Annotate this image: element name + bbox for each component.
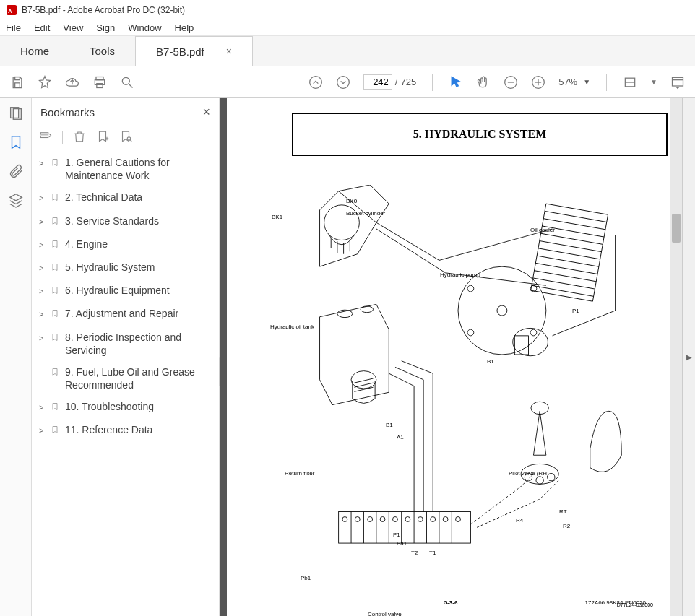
tab-close-icon[interactable]: ×	[226, 45, 232, 57]
zoom-out-icon[interactable]	[504, 75, 518, 90]
menu-file[interactable]: File	[6, 22, 21, 33]
read-mode-icon[interactable]	[670, 75, 685, 90]
bookmark-item[interactable]: >3. Service Standards	[38, 210, 213, 233]
svg-point-79	[405, 517, 410, 522]
bookmark-label: 4. Engine	[65, 238, 108, 251]
page-number-input[interactable]	[363, 74, 392, 90]
svg-point-55	[351, 371, 376, 389]
label-pa1: Pa1	[397, 540, 407, 547]
label-hydraulic-pump: Hydraulic pump	[440, 272, 480, 278]
bookmark-label: 9. Fuel, Lube Oil and Grease Recommended	[65, 365, 212, 391]
zoom-in-icon[interactable]	[531, 75, 545, 90]
page-canvas: 5. HYDRAULIC SYSTEM	[227, 98, 675, 616]
bookmark-icon	[51, 331, 61, 345]
print-icon[interactable]	[92, 75, 107, 90]
svg-point-7	[122, 77, 129, 84]
page-heading-box: 5. HYDRAULIC SYSTEM	[292, 113, 668, 156]
label-p1: P1	[393, 532, 400, 538]
menu-help[interactable]: Help	[175, 22, 194, 33]
chevron-right-icon[interactable]: >	[39, 238, 46, 250]
chevron-down-icon-2[interactable]: ▼	[650, 78, 657, 86]
pointer-icon[interactable]	[449, 75, 463, 90]
svg-point-82	[443, 517, 448, 522]
chevron-right-icon[interactable]: >	[39, 284, 46, 296]
bookmark-item[interactable]: >11. Reference Data	[38, 419, 213, 442]
bookmark-icon	[51, 284, 61, 298]
svg-point-54	[361, 306, 373, 313]
menu-window[interactable]: Window	[128, 22, 161, 33]
bookmark-icon	[51, 156, 61, 170]
menu-edit[interactable]: Edit	[34, 22, 50, 33]
bookmarks-icon[interactable]	[8, 134, 24, 150]
svg-point-62	[536, 477, 543, 484]
chevron-right-icon[interactable]: >	[39, 156, 46, 168]
tab-home[interactable]: Home	[0, 36, 69, 66]
page-total: 725	[400, 77, 416, 87]
panel-options-icon[interactable]	[39, 130, 52, 145]
add-bookmark-icon[interactable]	[96, 130, 109, 145]
menu-view[interactable]: View	[63, 22, 83, 33]
chevron-right-icon[interactable]: >	[39, 307, 46, 319]
svg-line-8	[129, 84, 133, 87]
bookmark-item[interactable]: >5. Hydraulic System	[38, 256, 213, 279]
scrollbar-thumb[interactable]	[672, 214, 681, 243]
label-oil-cooler: Oil cooler	[530, 227, 555, 233]
toolbar-divider-2	[606, 74, 607, 91]
chevron-right-icon[interactable]: >	[39, 423, 46, 435]
tab-file[interactable]: B7-5B.pdf ×	[135, 36, 253, 66]
chevron-right-icon[interactable]: >	[39, 400, 46, 412]
tab-tools[interactable]: Tools	[69, 36, 135, 66]
svg-point-76	[368, 517, 373, 522]
delete-bookmark-icon[interactable]	[73, 130, 86, 145]
bookmark-item[interactable]: >7. Adjustment and Repair	[38, 303, 213, 326]
bookmark-label: 1. General Cautions for Maintenance Work	[65, 156, 212, 182]
bookmark-icon	[51, 365, 61, 380]
vertical-scrollbar[interactable]	[670, 98, 682, 616]
label-pb1: Pb1	[301, 575, 311, 581]
chevron-right-icon[interactable]: >	[39, 214, 46, 227]
label-r4: R4	[516, 517, 523, 524]
label-control-valve: Control valve	[368, 611, 402, 616]
right-panel-toggle[interactable]: ▶	[682, 98, 695, 616]
find-icon[interactable]	[120, 75, 134, 90]
cloud-upload-icon[interactable]	[65, 75, 79, 90]
svg-rect-6	[97, 83, 103, 87]
menu-sign[interactable]: Sign	[96, 22, 115, 33]
bookmark-label: 6. Hydraulic Equipment	[65, 284, 170, 297]
svg-rect-22	[40, 136, 48, 137]
bookmark-item[interactable]: >1. General Cautions for Maintenance Wor…	[38, 152, 213, 186]
window-title: B7-5B.pdf - Adobe Acrobat Pro DC (32-bit…	[22, 5, 185, 15]
chevron-right-icon[interactable]: >	[39, 331, 46, 343]
attachments-icon[interactable]	[8, 163, 24, 179]
layers-icon[interactable]	[8, 192, 24, 208]
page-heading: 5. HYDRAULIC SYSTEM	[413, 128, 546, 141]
document-area[interactable]: 5. HYDRAULIC SYSTEM	[220, 98, 682, 616]
bookmark-item[interactable]: >9. Fuel, Lube Oil and Grease Recommende…	[38, 361, 213, 396]
label-b1-lower: B1	[386, 422, 393, 428]
bookmark-icon	[51, 400, 61, 415]
page-up-icon[interactable]	[308, 75, 323, 90]
svg-point-74	[342, 517, 348, 522]
bookmark-item[interactable]: >2. Technical Data	[38, 186, 213, 209]
zoom-dropdown[interactable]: 57% ▼	[558, 77, 590, 87]
bookmark-item[interactable]: >10. Troubleshooting	[38, 396, 213, 419]
panel-close-icon[interactable]: ×	[202, 105, 210, 120]
bookmarks-list[interactable]: >1. General Cautions for Maintenance Wor…	[32, 149, 219, 616]
svg-rect-4	[96, 77, 103, 79]
fit-width-icon[interactable]	[623, 75, 637, 90]
chevron-right-icon[interactable]: >	[39, 191, 46, 203]
bookmark-item[interactable]: >8. Periodic Inspection and Servicing	[38, 326, 213, 361]
hand-icon[interactable]	[476, 75, 491, 90]
bookmark-icon	[51, 261, 61, 275]
find-bookmark-icon[interactable]	[119, 130, 132, 145]
main-toolbar: / 725 57% ▼ ▼	[0, 66, 695, 98]
label-a1: A1	[397, 434, 404, 441]
thumbnails-icon[interactable]	[8, 105, 24, 121]
bookmark-item[interactable]: >4. Engine	[38, 233, 213, 256]
bookmark-item[interactable]: >6. Hydraulic Equipment	[38, 279, 213, 303]
chevron-right-icon[interactable]: >	[39, 261, 46, 273]
star-icon[interactable]	[38, 75, 52, 90]
page-down-icon[interactable]	[336, 75, 350, 90]
svg-point-10	[337, 76, 349, 88]
save-icon[interactable]	[10, 75, 25, 90]
